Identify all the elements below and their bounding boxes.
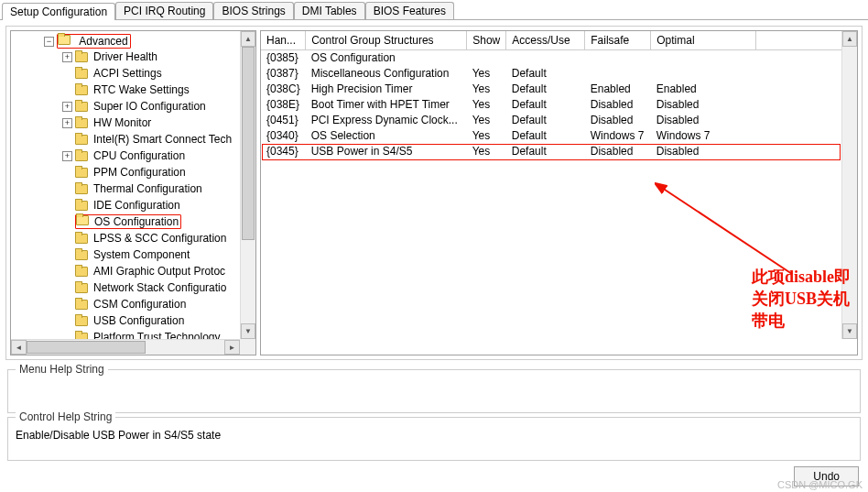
scroll-down-icon[interactable]: ▼ [241, 323, 255, 339]
tree-item[interactable]: Network Stack Configuratio [92, 281, 228, 294]
col-optimal[interactable]: Optimal [651, 31, 756, 50]
tree-horizontal-scrollbar[interactable]: ◄ ► [11, 339, 240, 355]
col-control[interactable]: Control Group Structures [306, 31, 467, 50]
folder-icon [75, 234, 88, 244]
cell-ctl: OS Selection [306, 128, 467, 144]
tree-item[interactable]: ACPI Settings [92, 67, 164, 80]
tab-bios-strings[interactable]: BIOS Strings [213, 2, 293, 19]
col-handle[interactable]: Han... [261, 31, 306, 50]
cell-fs: Disabled [585, 144, 651, 159]
cell-fs: Disabled [585, 113, 651, 128]
tree-item[interactable]: LPSS & SCC Configuration [92, 232, 228, 245]
cell-opt: Windows 7 [651, 128, 756, 144]
table-row[interactable]: {0340}OS SelectionYesDefaultWindows 7Win… [261, 128, 857, 144]
cell-opt [651, 50, 756, 66]
tree-item[interactable]: Thermal Configuration [92, 182, 204, 195]
tab-bios-features[interactable]: BIOS Features [365, 2, 454, 19]
table-row[interactable]: {0385}OS Configuration [261, 50, 857, 66]
collapse-icon[interactable]: − [44, 37, 54, 47]
cell-han: {038C} [261, 82, 306, 97]
menu-help-legend: Menu Help String [16, 363, 108, 376]
tree-item[interactable]: HW Monitor [92, 116, 153, 129]
folder-icon [75, 168, 88, 178]
cell-ctl: High Precision Timer [306, 82, 467, 97]
cell-han: {0340} [261, 128, 306, 144]
cell-fs [585, 50, 651, 66]
collapse-icon [62, 250, 72, 260]
collapse-icon [62, 168, 72, 178]
cell-acc: Default [506, 97, 585, 113]
folder-icon [76, 215, 89, 225]
folder-icon [75, 184, 88, 194]
control-help-group: Control Help String Enable/Disable USB P… [7, 417, 861, 461]
folder-icon [75, 316, 88, 326]
scroll-up-icon[interactable]: ▲ [842, 31, 857, 47]
folder-icon [75, 300, 88, 310]
cell-ctl: Miscellaneous Configuration [306, 66, 467, 82]
expand-icon[interactable]: + [62, 102, 72, 112]
expand-icon[interactable]: + [62, 52, 72, 62]
table-row[interactable]: {0387}Miscellaneous ConfigurationYesDefa… [261, 66, 857, 82]
tab-dmi-tables[interactable]: DMI Tables [294, 2, 365, 19]
cell-ctl: USB Power in S4/S5 [306, 144, 467, 159]
cell-acc: Default [506, 82, 585, 97]
folder-icon [75, 250, 88, 260]
collapse-icon [62, 234, 72, 244]
tree-item[interactable]: Driver Health [92, 50, 159, 63]
tree-item[interactable]: Intel(R) Smart Connect Tech [92, 133, 233, 146]
scroll-left-icon[interactable]: ◄ [11, 340, 27, 355]
tree-root[interactable]: Advanced [77, 35, 129, 48]
cell-show [467, 50, 506, 66]
col-access[interactable]: Access/Use [506, 31, 585, 50]
expand-icon[interactable]: + [62, 118, 72, 128]
cell-fs: Windows 7 [585, 128, 651, 144]
tree-item[interactable]: CPU Configuration [92, 149, 187, 162]
cell-acc: Default [506, 144, 585, 159]
expand-icon[interactable]: + [62, 151, 72, 161]
tab-setup-configuration[interactable]: Setup Configuration [2, 3, 115, 20]
menu-help-group: Menu Help String [7, 369, 861, 413]
tree-item[interactable]: PPM Configuration [92, 166, 188, 179]
folder-icon [75, 135, 88, 145]
bios-tree: − Advanced +Driver HealthACPI SettingsRT… [10, 30, 256, 355]
tree-item[interactable]: Super IO Configuration [92, 100, 208, 113]
tree-item[interactable]: RTC Wake Settings [92, 83, 191, 96]
tree-item[interactable]: System Component [92, 248, 191, 261]
tab-pci-irq-routing[interactable]: PCI IRQ Routing [115, 2, 213, 19]
collapse-icon [62, 267, 72, 277]
folder-icon [75, 201, 88, 211]
table-row[interactable]: {038C}High Precision TimerYesDefaultEnab… [261, 82, 857, 97]
scrollbar-thumb[interactable] [27, 341, 146, 354]
folder-icon [75, 69, 88, 79]
cell-fs: Disabled [585, 97, 651, 113]
cell-han: {0385} [261, 50, 306, 66]
tree-vertical-scrollbar[interactable]: ▲ ▼ [240, 31, 255, 339]
folder-icon [75, 151, 88, 161]
table-row[interactable]: {0345}USB Power in S4/S5YesDefaultDisabl… [261, 144, 857, 159]
tree-item[interactable]: USB Configuration [92, 314, 186, 327]
cell-acc [506, 50, 585, 66]
scroll-up-icon[interactable]: ▲ [241, 31, 255, 47]
scrollbar-thumb[interactable] [242, 47, 255, 240]
col-failsafe[interactable]: Failsafe [585, 31, 651, 50]
tree-item[interactable]: IDE Configuration [92, 199, 182, 212]
collapse-icon [62, 283, 72, 293]
scroll-right-icon[interactable]: ► [224, 340, 240, 355]
tree-item[interactable]: CSM Configuration [92, 298, 188, 311]
cell-opt [651, 66, 756, 82]
control-grid: Han... Control Group Structures Show Acc… [260, 30, 858, 355]
folder-icon [75, 102, 88, 112]
cell-acc: Default [506, 66, 585, 82]
cell-show: Yes [467, 128, 506, 144]
cell-show: Yes [467, 97, 506, 113]
cell-ctl: Boot Timer with HPET Timer [306, 97, 467, 113]
tree-item[interactable]: AMI Graphic Output Protoc [92, 265, 227, 278]
table-row[interactable]: {038E}Boot Timer with HPET TimerYesDefau… [261, 97, 857, 113]
col-show[interactable]: Show [467, 31, 506, 50]
cell-ctl: OS Configuration [306, 50, 467, 66]
folder-icon [75, 52, 88, 62]
cell-han: {0451} [261, 113, 306, 128]
tree-item[interactable]: OS Configuration [92, 215, 180, 228]
table-row[interactable]: {0451}PCI Express Dynamic Clock...YesDef… [261, 113, 857, 128]
collapse-icon [62, 201, 72, 211]
